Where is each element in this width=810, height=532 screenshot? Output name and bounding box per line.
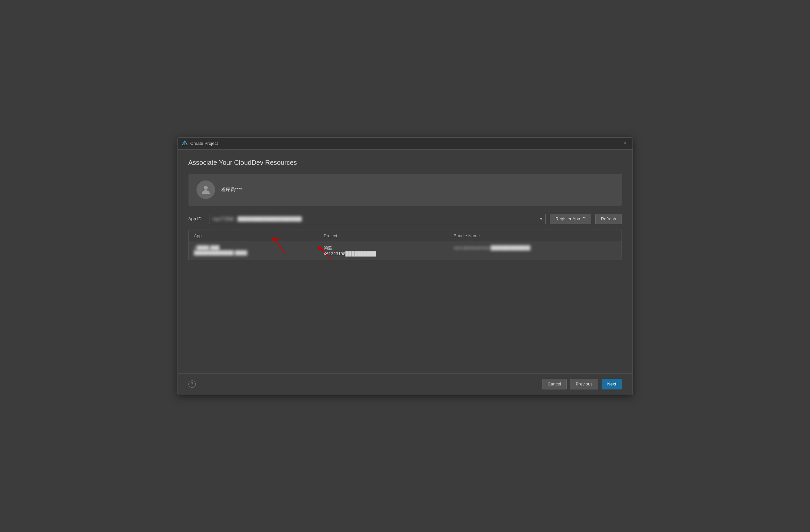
app-id-dropdown[interactable]: App干货铺：█████████████████████ ▾ — [209, 214, 546, 224]
titlebar-left: Create Project — [182, 140, 218, 146]
project-id: 461323198██████████ — [324, 251, 443, 256]
user-icon — [200, 184, 212, 196]
col-header-project: Project — [319, 230, 448, 242]
cancel-button[interactable]: Cancel — [542, 379, 567, 389]
project-name: 鸿蒙 — [324, 245, 443, 251]
cell-bundle: com.atomicservice.█████████████ — [448, 242, 621, 260]
previous-button[interactable]: Previous — [570, 379, 598, 389]
app-id-row: App ID App干货铺：█████████████████████ ▾ Re… — [189, 214, 622, 224]
svg-point-2 — [184, 144, 185, 145]
bottom-bar: ? Cancel Previous Next — [178, 373, 632, 395]
chevron-down-icon: ▾ — [540, 217, 542, 221]
app-id-label: App ID — [189, 216, 205, 221]
table-header: App Project Bundle Name — [189, 230, 621, 242]
refresh-button[interactable]: Refresh — [595, 214, 622, 224]
help-section: ? — [189, 381, 196, 388]
app-logo-icon — [182, 140, 188, 146]
app-id-value: App干货铺：█████████████████████ — [213, 216, 537, 222]
app-name-line1: A████ ███ — [194, 245, 313, 250]
user-card: 程序员**** — [189, 174, 622, 206]
titlebar: Create Project × — [178, 137, 632, 150]
spacer — [189, 260, 622, 367]
avatar — [196, 180, 215, 199]
create-project-window: Create Project × Associate Your CloudDev… — [178, 137, 633, 395]
app-table: App Project Bundle Name A████ ███ ██████… — [189, 230, 622, 260]
bundle-name: com.atomicservice.█████████████ — [454, 245, 531, 250]
col-header-app: App — [189, 230, 319, 242]
next-button[interactable]: Next — [602, 379, 622, 389]
help-button[interactable]: ? — [189, 381, 196, 388]
cell-app: A████ ███ █████████████ ████ — [189, 242, 319, 260]
register-app-id-button[interactable]: Register App ID — [550, 214, 591, 224]
page-title: Associate Your CloudDev Resources — [189, 159, 622, 166]
nav-buttons: Cancel Previous Next — [542, 379, 622, 389]
main-content: Associate Your CloudDev Resources 程序员***… — [178, 150, 632, 367]
table-row[interactable]: A████ ███ █████████████ ████ 鸿蒙 46132319… — [189, 242, 621, 260]
window-title: Create Project — [191, 141, 218, 146]
svg-point-3 — [204, 186, 208, 190]
table-wrapper: App Project Bundle Name A████ ███ ██████… — [189, 230, 622, 260]
username-label: 程序员**** — [221, 187, 242, 193]
app-name-line2: █████████████ ████ — [194, 250, 313, 255]
close-button[interactable]: × — [622, 140, 629, 146]
col-header-bundle: Bundle Name — [448, 230, 621, 242]
cell-project: 鸿蒙 461323198██████████ — [319, 242, 448, 260]
